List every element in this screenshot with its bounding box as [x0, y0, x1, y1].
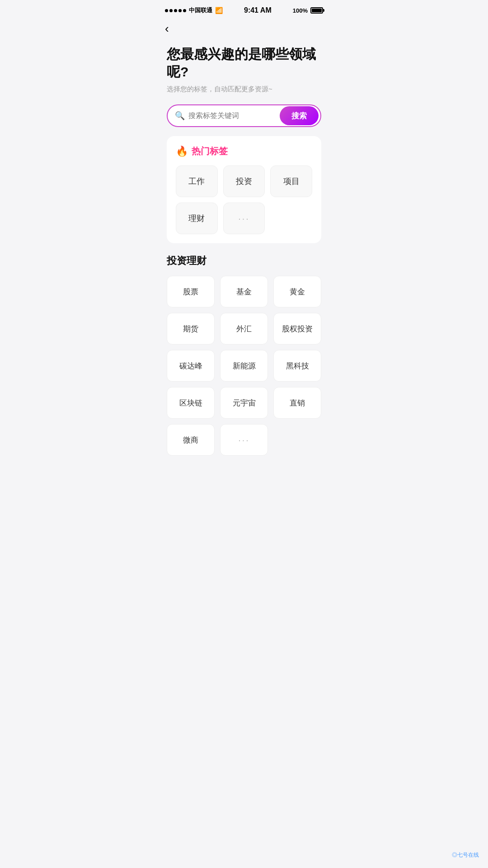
fire-icon: 🔥 [176, 146, 188, 157]
invest-tag-12[interactable]: 直销 [273, 387, 321, 419]
battery-icon [310, 7, 323, 14]
hot-tags-card: 🔥 热门标签 工作 投资 项目 理财 ··· [167, 136, 321, 243]
invest-tag-6[interactable]: 股权投资 [273, 313, 321, 344]
battery-percent: 100% [293, 7, 308, 14]
search-icon: 🔍 [175, 111, 185, 121]
invest-tag-2[interactable]: 基金 [220, 276, 268, 307]
header: ‹ [156, 18, 332, 36]
invest-tag-11[interactable]: 元宇宙 [220, 387, 268, 419]
carrier-label: 中国联通 [189, 6, 212, 14]
search-bar: 🔍 搜索 [167, 104, 321, 127]
invest-tags-grid: 股票 基金 黄金 期货 外汇 股权投资 碳达峰 新能源 黑科技 区块链 元宇宙 … [167, 276, 321, 456]
signal-dots [165, 9, 186, 12]
hot-tag-2[interactable]: 投资 [223, 165, 265, 197]
status-time: 9:41 AM [244, 6, 272, 14]
invest-tag-8[interactable]: 新能源 [220, 350, 268, 382]
hot-tag-4[interactable]: 理财 [176, 203, 218, 234]
invest-tag-more[interactable]: ··· [220, 424, 268, 456]
back-button[interactable]: ‹ [165, 23, 169, 34]
invest-tag-4[interactable]: 期货 [167, 313, 215, 344]
invest-tag-10[interactable]: 区块链 [167, 387, 215, 419]
page-title: 您最感兴趣的是哪些领域呢? [167, 45, 321, 80]
main-content: 您最感兴趣的是哪些领域呢? 选择您的标签，自动匹配更多资源~ 🔍 搜索 🔥 热门… [156, 36, 332, 243]
search-input[interactable] [188, 112, 280, 120]
hot-tag-more[interactable]: ··· [223, 203, 265, 234]
invest-tag-1[interactable]: 股票 [167, 276, 215, 307]
hot-tags-title: 🔥 热门标签 [176, 145, 312, 157]
page-subtitle: 选择您的标签，自动匹配更多资源~ [167, 85, 321, 94]
invest-section-title: 投资理财 [167, 254, 321, 268]
invest-tag-5[interactable]: 外汇 [220, 313, 268, 344]
invest-tag-3[interactable]: 黄金 [273, 276, 321, 307]
search-button[interactable]: 搜索 [280, 106, 319, 125]
invest-tag-13[interactable]: 微商 [167, 424, 215, 456]
status-bar: 中国联通 📶 9:41 AM 100% [156, 0, 332, 18]
invest-tag-9[interactable]: 黑科技 [273, 350, 321, 382]
hot-tag-3[interactable]: 项目 [270, 165, 312, 197]
hot-tag-1[interactable]: 工作 [176, 165, 218, 197]
wifi-icon: 📶 [215, 7, 223, 14]
invest-tag-7[interactable]: 碳达峰 [167, 350, 215, 382]
status-left: 中国联通 📶 [165, 6, 223, 14]
hot-tags-title-text: 热门标签 [192, 145, 228, 157]
hot-tags-grid: 工作 投资 项目 理财 ··· [176, 165, 312, 234]
invest-section: 投资理财 股票 基金 黄金 期货 外汇 股权投资 碳达峰 新能源 黑科技 区块链… [156, 254, 332, 456]
status-right: 100% [293, 7, 323, 14]
